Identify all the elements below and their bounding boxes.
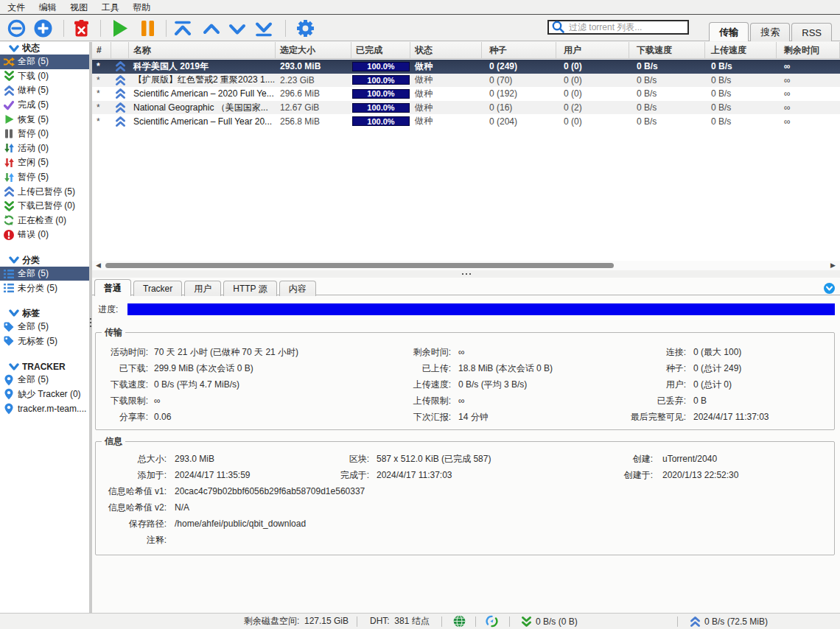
sidebar-item[interactable]: 全部 (5): [0, 55, 89, 69]
sidebar-item[interactable]: 错误 (0): [0, 228, 89, 242]
properties-tab-用户[interactable]: 用户: [184, 281, 221, 296]
menu-item[interactable]: 帮助: [126, 0, 158, 15]
column-header[interactable]: #: [92, 42, 111, 58]
cell-name: Scientific American – 2020 Full Ye...: [129, 87, 276, 101]
sidebar-item-label: 无标签 (5): [18, 335, 57, 348]
sidebar-item[interactable]: 空闲 (5): [0, 155, 89, 170]
sidebar-group-header[interactable]: TRACKER: [0, 360, 89, 373]
cell-icon: [111, 87, 129, 101]
cell-icon: [111, 60, 129, 74]
sidebar-item[interactable]: 完成 (5): [0, 98, 89, 113]
table-header: #名称选定大小已完成状态种子用户下载速度上传速度剩余时间: [92, 42, 840, 59]
sidebar-group-header[interactable]: 分类: [0, 254, 89, 267]
column-header[interactable]: 下载速度: [629, 42, 705, 58]
column-header[interactable]: 名称: [129, 42, 276, 58]
globe-icon[interactable]: [453, 615, 466, 628]
sidebar-item[interactable]: 活动 (0): [0, 141, 89, 156]
sidebar-item[interactable]: tracker.m-team....: [0, 401, 89, 416]
scrollbar-thumb[interactable]: [105, 263, 614, 268]
scroll-left-arrow-icon[interactable]: ◀: [96, 262, 102, 269]
speedo-icon[interactable]: [486, 615, 498, 628]
cell-seeds: 0 (204): [482, 114, 556, 128]
sidebar-item[interactable]: 正在检查 (0): [0, 214, 89, 228]
sidebar-item[interactable]: 上传已暂停 (5): [0, 184, 89, 199]
horizontal-scrollbar[interactable]: ◀ ▶: [92, 261, 840, 270]
properties-tab-内容[interactable]: 内容: [279, 281, 316, 296]
scroll-right-arrow-icon[interactable]: ▶: [830, 262, 837, 269]
move-down-button[interactable]: [227, 18, 248, 38]
sidebar-item[interactable]: 下载已暂停 (0): [0, 199, 89, 214]
sidebar-item[interactable]: 暂停 (5): [0, 170, 89, 185]
dbl-down-green-icon-wrap: [521, 614, 532, 629]
stat-cell: 种子:0 (总计 249): [605, 360, 741, 376]
move-up-button[interactable]: [201, 18, 222, 38]
cell-seeds: 0 (16): [482, 101, 556, 115]
table-row[interactable]: *National Geographic （美国国家...12.67 GiB10…: [92, 101, 840, 115]
delete-button[interactable]: [71, 18, 91, 38]
menu-item[interactable]: 视图: [63, 0, 95, 15]
column-header[interactable]: 种子: [482, 42, 556, 58]
main-tab-搜索[interactable]: 搜索: [750, 23, 790, 41]
menu-item[interactable]: 编辑: [32, 0, 64, 15]
sidebar-item[interactable]: 全部 (5): [0, 320, 89, 334]
table-row[interactable]: *科学美国人 2019年293.0 MiB100.0%做种0 (249)0 (0…: [92, 60, 840, 74]
sidebar-item[interactable]: 缺少 Tracker (0): [0, 387, 89, 402]
column-header[interactable]: [111, 42, 129, 58]
progress-cell: 100.0%: [352, 103, 410, 113]
properties-tab-Tracker[interactable]: Tracker: [133, 281, 182, 296]
cell-seeds: 0 (249): [482, 60, 556, 74]
search-box: [547, 20, 689, 35]
stat-label: 上传限制:: [385, 395, 451, 407]
cell-peers: 0 (0): [556, 87, 629, 101]
sidebar-group-header[interactable]: 状态: [0, 42, 89, 55]
sidebar-group-header[interactable]: 标签: [0, 307, 89, 320]
properties-tab-普通[interactable]: 普通: [94, 279, 131, 296]
column-header[interactable]: 上传速度: [705, 42, 777, 58]
column-header[interactable]: 已完成: [351, 42, 410, 58]
cell-state: 做种: [410, 60, 482, 74]
main-tab-传输[interactable]: 传输: [709, 22, 749, 41]
sidebar-item[interactable]: 下载 (0): [0, 69, 89, 84]
panel-splitter[interactable]: [92, 270, 840, 278]
table-row[interactable]: *Scientific American – Full Year 20...25…: [92, 114, 840, 128]
column-header[interactable]: 剩余时间: [777, 42, 840, 58]
statusbar-separator: [357, 616, 357, 627]
menu-item[interactable]: 文件: [1, 0, 32, 15]
collapse-panel-button[interactable]: [824, 283, 835, 294]
globe-icon-wrap[interactable]: [453, 614, 466, 629]
add-torrent-file-button[interactable]: [32, 18, 53, 38]
sidebar-item[interactable]: 暂停 (0): [0, 127, 89, 141]
table-row[interactable]: *Scientific American – 2020 Full Ye...29…: [92, 87, 840, 101]
column-header[interactable]: 用户: [556, 42, 629, 58]
pause-button[interactable]: [137, 18, 158, 38]
properties-tab-HTTP 源[interactable]: HTTP 源: [223, 281, 276, 296]
column-header[interactable]: 选定大小: [276, 42, 351, 58]
dht-nodes: DHT: 381 结点: [370, 614, 430, 629]
move-top-button[interactable]: [172, 18, 193, 38]
menu-item[interactable]: 工具: [95, 0, 127, 15]
table-row[interactable]: *【扩展版】红色警戒2 重聚2023 1....2.23 GiB100.0%做种…: [92, 74, 840, 88]
main-tab-RSS[interactable]: RSS: [791, 23, 832, 41]
properties-panel: 普通Tracker用户HTTP 源内容 进度: 传输 活动时间:70 天 21 …: [92, 278, 840, 613]
options-button[interactable]: [295, 18, 315, 38]
pause-small-icon: [3, 128, 15, 139]
sidebar-item[interactable]: 全部 (5): [0, 267, 89, 281]
qbittorrent-window: { "menu_bar": { "items": ["文件", "编辑", "视…: [0, 0, 840, 629]
info-group: 信息 总大小:293.0 MiB区块:587 x 512.0 KiB (已完成 …: [95, 441, 835, 555]
move-bottom-button[interactable]: [253, 18, 274, 38]
progress-row: 进度:: [98, 303, 835, 315]
speedo-icon-wrap[interactable]: [486, 614, 498, 629]
sidebar-item[interactable]: 未分类 (5): [0, 281, 89, 295]
sidebar-item[interactable]: 做种 (5): [0, 83, 89, 98]
sidebar-item[interactable]: 全部 (5): [0, 373, 89, 387]
sidebar-item[interactable]: 恢复 (5): [0, 112, 89, 127]
add-torrent-link-button[interactable]: [6, 18, 27, 38]
resume-button[interactable]: [109, 18, 130, 38]
sidebar-item-label: 活动 (0): [18, 142, 49, 155]
tag-icon: [3, 335, 15, 347]
sidebar-item[interactable]: 无标签 (5): [0, 334, 89, 349]
dbl-up-blue-icon: [690, 616, 701, 628]
column-header[interactable]: 状态: [410, 42, 482, 58]
stat-row: 信息哈希值 v2:N/A: [96, 499, 834, 516]
search-input[interactable]: [565, 22, 687, 32]
